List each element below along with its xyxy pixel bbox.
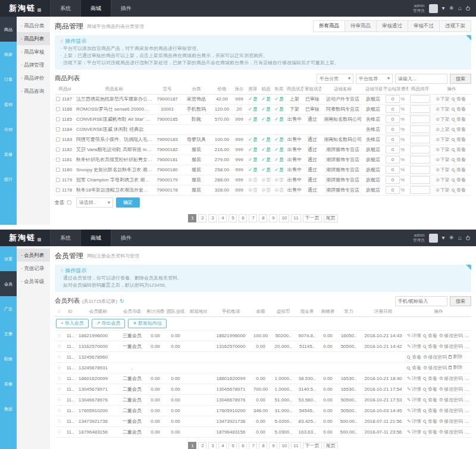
row-action-link[interactable]: 下架	[436, 136, 450, 143]
product-name-cell[interactable]: CONVERSE匡威帆布鞋 All Star' 70 复刻..	[75, 114, 154, 124]
row-action-link[interactable]: 查看	[423, 332, 437, 339]
row-action-link[interactable]: 下架	[436, 177, 450, 183]
row-action-link[interactable]: 详情	[407, 332, 421, 339]
boutique-toggle[interactable]: 是	[261, 167, 271, 172]
rail-item[interactable]: 权限	[0, 346, 17, 371]
row-action-link[interactable]: 详情	[407, 407, 421, 414]
row-action-link[interactable]: 查看	[452, 167, 466, 173]
row-action-link[interactable]: 查看	[423, 429, 437, 435]
recommend-toggle[interactable]: 是	[248, 147, 258, 152]
home-icon[interactable]	[458, 5, 462, 11]
star-icon[interactable]	[57, 365, 61, 370]
top-nav-item[interactable]: 商城	[80, 230, 111, 246]
row-action-link[interactable]: 修改密码	[439, 429, 463, 435]
page-button[interactable]: 1	[188, 442, 196, 449]
settlement-rate-input[interactable]	[386, 136, 400, 143]
settlement-rate-input[interactable]	[386, 125, 400, 133]
row-action-link[interactable]: 查看	[452, 116, 466, 123]
top-nav-item[interactable]: 系统	[50, 230, 80, 246]
row-action-link[interactable]: 修改密码	[439, 418, 463, 425]
product-sort-input[interactable]	[410, 95, 430, 103]
settlement-rate-input[interactable]	[386, 176, 400, 184]
row-action-link[interactable]: 下架	[436, 96, 450, 102]
rail-item[interactable]: 统计	[0, 167, 17, 191]
product-name-cell[interactable]: 秋冬针织毛衣高领宽松针织衫男女情侣外..	[75, 155, 154, 165]
boutique-toggle[interactable]: 是	[261, 147, 271, 152]
product-tab[interactable]: 审核通过	[376, 20, 408, 32]
recommend-toggle[interactable]: 是	[248, 137, 258, 142]
product-tab[interactable]: 待审商品	[345, 20, 377, 32]
hot-toggle[interactable]: 是	[274, 96, 284, 102]
bulk-action-select[interactable]: 请选择..	[76, 197, 113, 208]
clear-cache-icon[interactable]	[449, 5, 454, 11]
top-nav-item[interactable]: 系统	[50, 0, 80, 17]
page-button[interactable]: 8	[259, 442, 267, 449]
top-nav-item[interactable]: 插件	[111, 230, 141, 246]
star-icon[interactable]	[57, 387, 61, 392]
row-action-link[interactable]: 下架	[436, 106, 450, 112]
product-search-input[interactable]	[395, 74, 447, 84]
select-all-checkbox[interactable]	[67, 200, 71, 205]
top-nav-item[interactable]: 插件	[111, 0, 141, 17]
boutique-toggle[interactable]: 是	[261, 117, 271, 122]
hot-toggle[interactable]: 是	[274, 117, 284, 122]
top-nav-item[interactable]: 商城	[80, 0, 111, 17]
row-action-link[interactable]: 详情	[407, 375, 421, 382]
row-action-link[interactable]: 详情	[407, 397, 421, 403]
page-button[interactable]: 4	[218, 214, 227, 222]
page-button[interactable]: 11	[291, 442, 300, 449]
product-name-cell[interactable]: ROMOSS/罗马仕 sense6 20000M毫安..	[75, 104, 154, 114]
row-action-link[interactable]: 修改密码	[439, 343, 463, 350]
row-checkbox[interactable]	[56, 107, 60, 111]
product-sort-input[interactable]	[410, 125, 430, 133]
row-action-link[interactable]: 下架	[436, 116, 450, 123]
member-action-button[interactable]: 导出会员	[92, 319, 126, 328]
hot-toggle[interactable]: 是	[274, 157, 284, 162]
row-action-link[interactable]: 修改密码	[439, 407, 463, 414]
page-button[interactable]: 6	[239, 442, 247, 449]
row-action-link[interactable]: 下架	[436, 156, 450, 163]
recommend-toggle[interactable]: 是	[248, 167, 258, 172]
product-sort-input[interactable]	[410, 156, 430, 164]
product-sort-input[interactable]	[410, 146, 430, 153]
row-action-link[interactable]: 查看	[423, 407, 437, 414]
product-sort-input[interactable]	[410, 186, 430, 194]
rail-item[interactable]: 装修	[0, 142, 17, 167]
page-button[interactable]: 7	[249, 214, 257, 222]
row-checkbox[interactable]	[56, 158, 60, 162]
boutique-toggle[interactable]: 否	[261, 187, 271, 193]
page-button[interactable]: 下一页	[303, 442, 322, 449]
row-checkbox[interactable]	[56, 178, 60, 182]
page-button[interactable]: 9	[269, 442, 277, 449]
platform-recommend-select[interactable]: 平台推荐	[356, 74, 393, 84]
settlement-rate-input[interactable]	[386, 105, 400, 113]
rail-item[interactable]: 广告	[0, 296, 17, 321]
boutique-toggle[interactable]: 是	[261, 96, 271, 102]
app-logo[interactable]: 新淘链	[0, 230, 50, 246]
rail-item[interactable]: 装修	[0, 371, 17, 396]
secondary-menu-item[interactable]: 充值记录	[17, 262, 50, 275]
row-action-link[interactable]: 查看	[423, 418, 437, 425]
row-action-link[interactable]: 上架	[436, 126, 450, 133]
hot-toggle[interactable]: 是	[274, 147, 284, 152]
product-name-cell[interactable]: 法兰西绣花抱枕靠垫汽车腰靠办公室上档..	[75, 94, 154, 104]
secondary-menu-item[interactable]: 商品列表	[17, 32, 50, 45]
page-button[interactable]: 1	[188, 214, 196, 222]
settlement-rate-input[interactable]	[386, 95, 400, 103]
row-action-link[interactable]: 查看	[452, 96, 466, 102]
row-action-link[interactable]: 查看	[452, 136, 466, 143]
recommend-toggle[interactable]: 否	[248, 187, 258, 193]
rail-item[interactable]: 设置	[0, 246, 17, 271]
secondary-menu-item[interactable]: 商品咨询	[17, 84, 50, 98]
secondary-menu-item[interactable]: 品牌管理	[17, 58, 50, 71]
row-action-link[interactable]: 删除	[449, 353, 462, 360]
row-action-link[interactable]: 详情	[407, 418, 421, 425]
row-action-link[interactable]: 详情	[407, 386, 421, 393]
product-sort-input[interactable]	[410, 176, 430, 184]
member-search-input[interactable]	[395, 296, 447, 306]
rail-item[interactable]: 促销	[0, 92, 17, 117]
recommend-toggle[interactable]: 是	[248, 106, 258, 112]
page-button[interactable]: 7	[249, 442, 257, 449]
hot-toggle[interactable]: 是	[274, 106, 284, 112]
product-name-cell[interactable]: 冠军 Champion 字母刺绣卫衣 潮牌连帽情..	[75, 175, 154, 185]
